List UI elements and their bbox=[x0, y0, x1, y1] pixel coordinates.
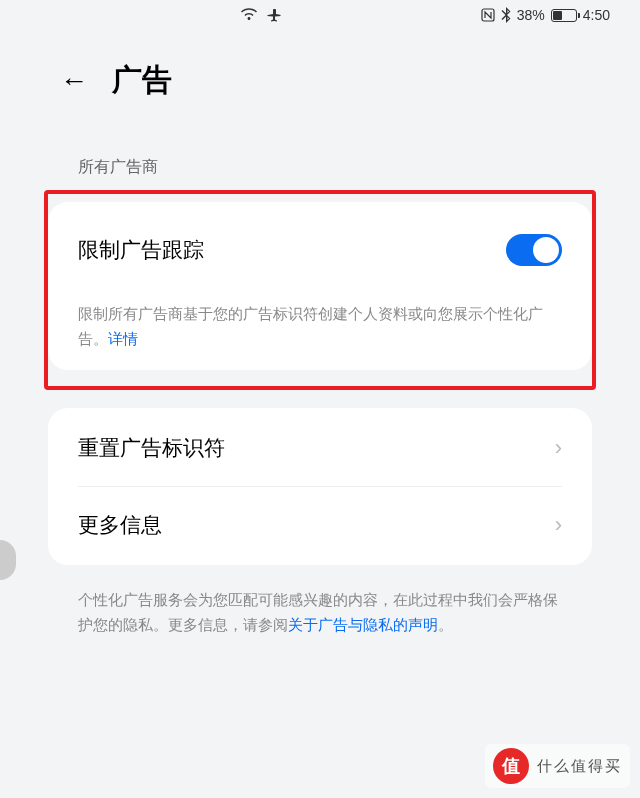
details-link[interactable]: 详情 bbox=[108, 330, 138, 347]
page-title: 广告 bbox=[112, 60, 172, 101]
privacy-description: 个性化广告服务会为您匹配可能感兴趣的内容，在此过程中我们会严格保护您的隐私。更多… bbox=[0, 571, 640, 648]
battery-percent: 38% bbox=[517, 7, 545, 23]
battery-icon bbox=[551, 9, 577, 22]
chevron-right-icon: › bbox=[555, 512, 562, 538]
more-info-row[interactable]: 更多信息 › bbox=[48, 487, 592, 563]
limit-ad-tracking-toggle[interactable] bbox=[506, 234, 562, 266]
time: 4:50 bbox=[583, 7, 610, 23]
watermark-text: 什么值得买 bbox=[537, 757, 622, 776]
reset-ad-identifier-label: 重置广告标识符 bbox=[78, 434, 225, 462]
highlighted-card: 限制广告跟踪 限制所有广告商基于您的广告标识符创建个人资料或向您展示个性化广告。… bbox=[44, 190, 596, 390]
header: ← 广告 bbox=[0, 30, 640, 121]
more-info-label: 更多信息 bbox=[78, 511, 162, 539]
section-label-advertisers: 所有广告商 bbox=[0, 121, 640, 190]
limit-ad-tracking-label: 限制广告跟踪 bbox=[78, 236, 204, 264]
bluetooth-icon bbox=[501, 7, 511, 23]
more-options-card: 重置广告标识符 › 更多信息 › bbox=[48, 408, 592, 565]
wifi-icon bbox=[240, 8, 258, 22]
limit-ad-tracking-description: 限制所有广告商基于您的广告标识符创建个人资料或向您展示个性化广告。详情 bbox=[48, 290, 592, 362]
limit-ad-tracking-row[interactable]: 限制广告跟踪 bbox=[48, 210, 592, 290]
status-right: 38% 4:50 bbox=[481, 7, 610, 23]
privacy-statement-link[interactable]: 关于广告与隐私的声明 bbox=[288, 616, 438, 633]
chevron-right-icon: › bbox=[555, 435, 562, 461]
nfc-icon bbox=[481, 8, 495, 22]
reset-ad-identifier-row[interactable]: 重置广告标识符 › bbox=[48, 410, 592, 486]
airplane-icon bbox=[266, 7, 282, 23]
status-bar: 38% 4:50 bbox=[0, 0, 640, 30]
watermark-logo: 值 bbox=[493, 748, 529, 784]
back-button[interactable]: ← bbox=[60, 65, 88, 97]
watermark: 值 什么值得买 bbox=[485, 744, 630, 788]
status-left bbox=[240, 7, 282, 23]
